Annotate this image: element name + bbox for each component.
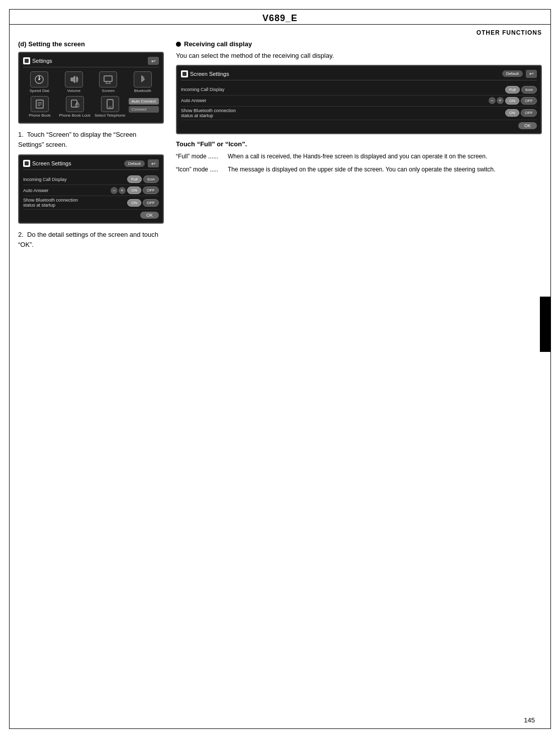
default-button-2[interactable]: Default — [502, 70, 523, 77]
screen-settings-header-2: Screen Settings Default ↩ — [181, 70, 537, 80]
header-line — [9, 24, 551, 25]
full-button-1[interactable]: Full — [127, 175, 142, 183]
full-mode-text: When a call is received, the Hands-free … — [228, 152, 542, 161]
page-number: 145 — [524, 716, 535, 724]
icon-button-1[interactable]: Icon — [143, 175, 159, 183]
volume-icon-box — [65, 71, 83, 87]
plus-button-1[interactable]: + — [119, 187, 126, 194]
minus-button-2[interactable]: − — [489, 97, 496, 104]
settings-title-text: Settings — [32, 58, 52, 64]
icon-button-2[interactable]: Icon — [521, 86, 537, 94]
settings-item-bluetooth[interactable]: Bluetooth — [127, 71, 159, 93]
icon-mode-label: “Icon” mode ..... — [176, 165, 224, 174]
on-button-auto-1[interactable]: ON — [127, 187, 141, 194]
connect-buttons-group: Auto Connect Connect — [129, 98, 159, 113]
auto-answer-row-2: Auto Answer − + ON OFF — [181, 96, 537, 107]
settings-main-screen: Settings ↩ Speed Dial — [18, 52, 164, 124]
ok-btn-wrap-1: OK — [23, 212, 159, 219]
bluetooth-label: Bluetooth — [134, 88, 151, 93]
speed-dial-label: Speed Dial — [30, 88, 49, 93]
screen-back-button-1[interactable]: ↩ — [148, 159, 159, 167]
instruction-2-text: Do the detail settings of the screen and… — [18, 231, 158, 248]
receiving-call-desc: You can select the method of the receivi… — [176, 51, 542, 61]
settings-item-phone-book[interactable]: Phone Book — [23, 96, 56, 118]
page-title: V689_E — [262, 13, 298, 24]
subsection-label: (d) Setting the screen — [18, 40, 164, 48]
off-button-bt-1[interactable]: OFF — [143, 199, 159, 207]
instruction-2-number: 2. — [18, 231, 24, 238]
left-column: (d) Setting the screen Settings ↩ — [18, 40, 164, 254]
touch-instruction: Touch “Full” or “Icon”. — [176, 140, 542, 148]
screen-label: Screen — [102, 88, 115, 93]
instruction-1-number: 1. — [18, 131, 24, 138]
screen-icon-box — [99, 71, 117, 87]
instruction-2: 2. Do the detail settings of the screen … — [18, 230, 164, 249]
auto-connect-button[interactable]: Auto Connect — [129, 98, 159, 105]
bluetooth-icon-box — [134, 71, 152, 87]
ok-button-2[interactable]: OK — [518, 122, 537, 129]
on-button-bt-1[interactable]: ON — [127, 199, 141, 207]
screen-settings-title-text-1: Screen Settings — [32, 160, 71, 166]
ok-btn-wrap-2: OK — [181, 122, 537, 129]
screen-settings-title-icon-1 — [23, 160, 30, 167]
auto-answer-label-2: Auto Answer — [181, 98, 489, 103]
settings-title-icon — [23, 57, 30, 64]
bullet-title-text: Receiving call display — [184, 40, 252, 48]
show-bluetooth-row-2: Show Bluetooth connectionstatus at start… — [181, 107, 537, 120]
auto-answer-label-1: Auto Answer — [23, 188, 111, 193]
settings-item-volume[interactable]: Volume — [58, 71, 90, 93]
connect-button[interactable]: Connect — [129, 106, 159, 113]
settings-item-select-telephone[interactable]: Select Telephone — [94, 96, 127, 118]
settings-back-button[interactable]: ↩ — [148, 57, 159, 65]
minus-button-1[interactable]: − — [111, 187, 118, 194]
screen-settings-header-1: Screen Settings Default ↩ — [23, 159, 159, 170]
default-button-1[interactable]: Default — [124, 160, 145, 167]
incoming-call-display-label-2: Incoming Call Display — [181, 87, 505, 92]
auto-answer-stepper-2: − + — [489, 97, 504, 105]
show-bluetooth-buttons-2: ON OFF — [505, 109, 537, 117]
screen-settings-title-1: Screen Settings — [23, 160, 71, 167]
plus-button-2[interactable]: + — [497, 97, 504, 104]
svg-rect-17 — [25, 161, 29, 165]
off-button-auto-2[interactable]: OFF — [521, 97, 537, 105]
phone-book-label: Phone Book — [29, 113, 51, 118]
auto-answer-stepper-1: − + — [111, 187, 126, 194]
bottom-center-line — [265, 728, 295, 729]
off-button-bt-2[interactable]: OFF — [521, 109, 537, 117]
section-heading: OTHER FUNCTIONS — [477, 29, 542, 36]
off-button-auto-1[interactable]: OFF — [143, 187, 159, 194]
page-border-left — [9, 9, 10, 729]
select-telephone-icon-box — [101, 96, 119, 112]
settings-screen-title: Settings — [23, 57, 52, 64]
bullet-title: Receiving call display — [176, 40, 542, 48]
screen-back-button-2[interactable]: ↩ — [526, 70, 537, 78]
settings-item-phone-book-lock[interactable]: Phone Book Lock — [58, 96, 91, 118]
show-bluetooth-row-1: Show Bluetooth connectionstatus at start… — [23, 196, 159, 210]
main-content: (d) Setting the screen Settings ↩ — [18, 40, 542, 254]
full-button-2[interactable]: Full — [505, 86, 520, 94]
on-button-auto-2[interactable]: ON — [505, 97, 519, 105]
redacted-block — [540, 297, 551, 352]
svg-point-2 — [39, 79, 40, 80]
volume-label: Volume — [67, 88, 80, 93]
settings-icon-grid: Speed Dial Volume — [23, 71, 159, 93]
icon-mode-desc: “Icon” mode ..... The message is display… — [176, 165, 542, 174]
full-mode-desc: “Full” mode ...... When a call is receiv… — [176, 152, 542, 161]
show-bluetooth-label-1: Show Bluetooth connectionstatus at start… — [23, 198, 127, 208]
auto-answer-buttons-1: − + ON OFF — [111, 187, 159, 194]
instruction-1: 1. Touch “Screen” to display the “Screen… — [18, 130, 164, 149]
auto-answer-row-1: Auto Answer − + ON OFF — [23, 185, 159, 196]
incoming-call-display-row-2: Incoming Call Display Full Icon — [181, 84, 537, 96]
screen-settings-mockup-1: Screen Settings Default ↩ Incoming Call … — [18, 154, 164, 224]
ok-button-1[interactable]: OK — [140, 212, 159, 219]
on-button-bt-2[interactable]: ON — [505, 109, 519, 117]
settings-screen-header: Settings ↩ — [23, 57, 159, 67]
settings-item-speed-dial[interactable]: Speed Dial — [23, 71, 56, 93]
speed-dial-icon-box — [30, 71, 48, 87]
screen-settings-title-icon-2 — [181, 70, 188, 77]
full-mode-label: “Full” mode ...... — [176, 152, 224, 161]
top-center-line — [265, 9, 295, 10]
incoming-call-display-label-1: Incoming Call Display — [23, 177, 127, 182]
settings-item-screen[interactable]: Screen — [92, 71, 125, 93]
incoming-call-display-row-1: Incoming Call Display Full Icon — [23, 174, 159, 185]
